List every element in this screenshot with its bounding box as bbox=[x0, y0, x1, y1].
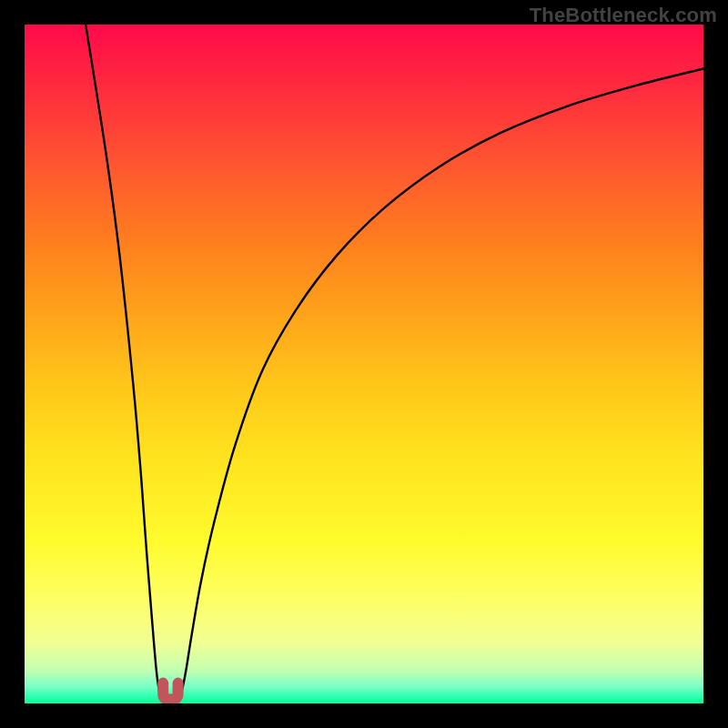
curve-left bbox=[86, 25, 162, 698]
curve-overlay bbox=[25, 25, 703, 703]
plot-area bbox=[25, 25, 703, 703]
chart-frame: TheBottleneck.com bbox=[0, 0, 728, 728]
curve-right bbox=[179, 68, 703, 698]
minimum-notch-marker bbox=[163, 683, 177, 700]
